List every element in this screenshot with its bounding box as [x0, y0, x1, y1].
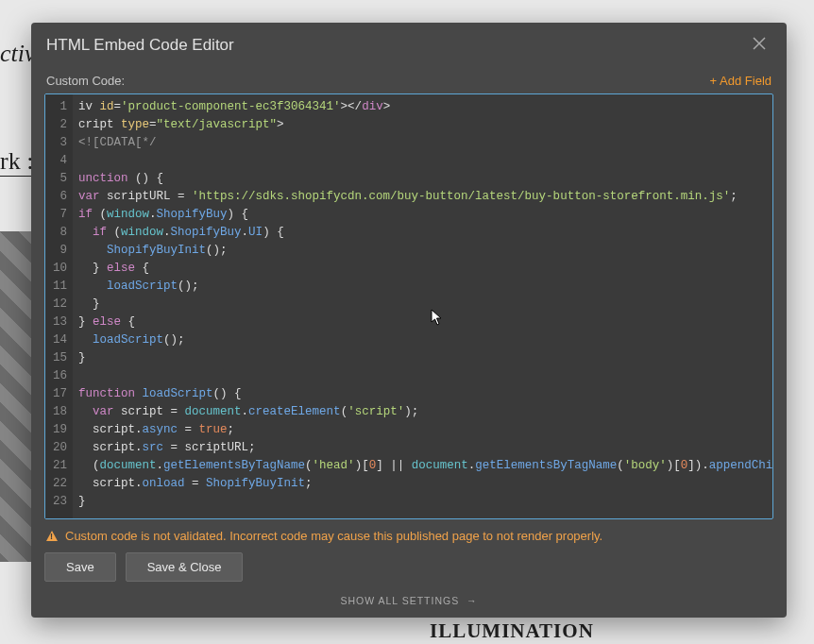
code-label-row: Custom Code: + Add Field	[44, 68, 773, 93]
line-number: 6	[53, 188, 67, 206]
line-number: 17	[53, 385, 67, 403]
code-line: loadScript();	[78, 331, 767, 349]
code-line: if (window.ShopifyBuy.UI) {	[78, 224, 767, 242]
code-editor[interactable]: 1234567891011121314151617181920212223 iv…	[44, 93, 773, 519]
modal-title: HTML Embed Code Editor	[46, 36, 234, 55]
line-number: 5	[53, 170, 67, 188]
line-number: 23	[53, 493, 67, 511]
code-line: (document.getElementsByTagName('head')[0…	[78, 457, 767, 475]
code-line: } else {	[78, 260, 767, 278]
line-number: 22	[53, 475, 67, 493]
code-line: <![CDATA[*/	[78, 134, 767, 152]
code-line: } else {	[78, 314, 767, 331]
line-number: 9	[53, 242, 67, 260]
line-number: 18	[53, 403, 67, 421]
line-number: 19	[53, 421, 67, 439]
code-line	[78, 152, 767, 170]
code-line	[78, 367, 767, 385]
code-line: script.src = scriptURL;	[78, 439, 767, 457]
arrow-right-icon: →	[466, 595, 478, 606]
show-all-settings-button[interactable]: SHOW ALL SETTINGS →	[31, 595, 787, 618]
code-line: cript type="text/javascript">	[78, 116, 767, 134]
code-line: function loadScript() {	[78, 385, 767, 403]
line-number: 11	[53, 278, 67, 296]
line-number: 2	[53, 116, 67, 134]
line-number: 15	[53, 349, 67, 367]
background-text-bottom: ILLUMINATION	[430, 619, 594, 643]
line-number: 14	[53, 331, 67, 349]
code-line: loadScript();	[78, 278, 767, 296]
line-number: 13	[53, 314, 67, 331]
close-icon[interactable]	[747, 35, 772, 56]
code-line: ShopifyBuyInit();	[78, 242, 767, 260]
code-line: script.onload = ShopifyBuyInit;	[78, 475, 767, 493]
line-number-gutter: 1234567891011121314151617181920212223	[45, 94, 73, 518]
modal-footer: Save Save & Close	[31, 552, 787, 595]
add-field-button[interactable]: + Add Field	[710, 74, 772, 88]
line-number: 4	[53, 152, 67, 170]
code-line: unction () {	[78, 170, 767, 188]
code-line: }	[78, 493, 767, 511]
line-number: 7	[53, 206, 67, 224]
background-text-1: ctiv	[0, 40, 36, 68]
line-number: 20	[53, 439, 67, 457]
code-line: script.async = true;	[78, 421, 767, 439]
line-number: 8	[53, 224, 67, 242]
code-line: iv id='product-component-ec3f3064341'></…	[78, 98, 767, 116]
code-line: }	[78, 296, 767, 314]
validation-warning: Custom code is not validated. Incorrect …	[44, 519, 773, 552]
save-close-button[interactable]: Save & Close	[126, 552, 244, 582]
custom-code-label: Custom Code:	[46, 74, 125, 88]
line-number: 12	[53, 296, 67, 314]
line-number: 10	[53, 260, 67, 278]
line-number: 21	[53, 457, 67, 475]
modal-header: HTML Embed Code Editor	[31, 23, 787, 68]
html-embed-modal: HTML Embed Code Editor Custom Code: + Ad…	[31, 23, 787, 618]
warning-icon	[46, 531, 58, 541]
show-all-label: SHOW ALL SETTINGS	[340, 595, 459, 606]
warning-text: Custom code is not validated. Incorrect …	[65, 529, 602, 543]
background-text-2: rk :	[0, 147, 33, 176]
code-textarea[interactable]: iv id='product-component-ec3f3064341'></…	[73, 94, 772, 518]
code-line: var scriptURL = 'https://sdks.shopifycdn…	[78, 188, 767, 206]
code-line: if (window.ShopifyBuy) {	[78, 206, 767, 224]
line-number: 1	[53, 98, 67, 116]
line-number: 3	[53, 134, 67, 152]
modal-body: Custom Code: + Add Field 123456789101112…	[31, 68, 787, 552]
code-line: var script = document.createElement('scr…	[78, 403, 767, 421]
line-number: 16	[53, 367, 67, 385]
save-button[interactable]: Save	[44, 552, 116, 582]
code-line: }	[78, 349, 767, 367]
